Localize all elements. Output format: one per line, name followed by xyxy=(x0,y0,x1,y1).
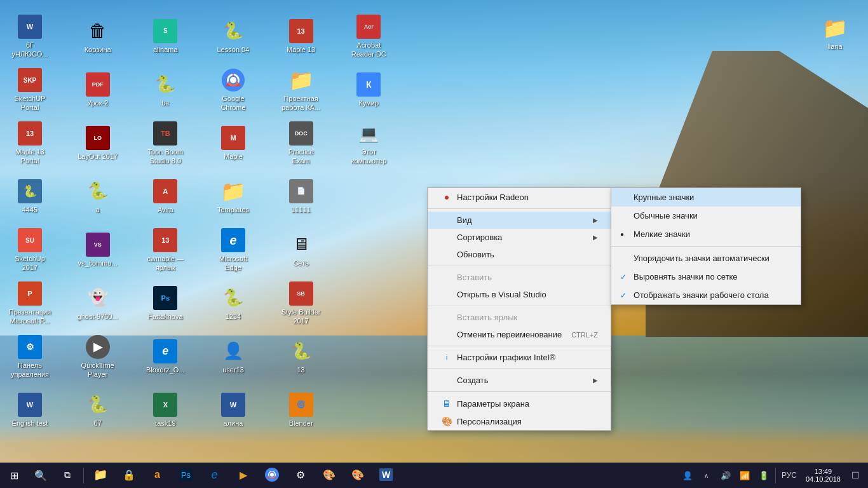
tray-volume[interactable]: 🔊 xyxy=(716,463,735,488)
icon-be[interactable]: 🐍 be xyxy=(140,64,191,115)
icon-word-6g[interactable]: W 6ГуНЛЮСО... xyxy=(4,11,55,62)
icon-alina[interactable]: W алина xyxy=(208,384,259,435)
taskbar-amazon[interactable]: a xyxy=(143,463,172,488)
ctx-vid[interactable]: Вид ▶ xyxy=(428,212,611,229)
ctx-paste-shortcut[interactable]: Вставить ярлык xyxy=(428,309,611,326)
tray-expand[interactable]: ∧ xyxy=(697,463,716,488)
tray-network[interactable]: 📶 xyxy=(735,463,754,488)
icon-ms-edge[interactable]: e MicrosoftEdge xyxy=(208,224,259,275)
settings-icon: ⚙ xyxy=(296,469,305,481)
ctx-create-arrow: ▶ xyxy=(593,377,598,384)
icon-kumir[interactable]: К Кумир xyxy=(343,64,394,115)
taskbar-chrome[interactable] xyxy=(257,463,286,488)
icon-task19[interactable]: X task19 xyxy=(140,384,191,435)
ctx-personalize[interactable]: 🎨 Персонализация xyxy=(428,412,611,430)
taskbar-media[interactable]: ▶ xyxy=(229,463,257,488)
tray-divider xyxy=(775,468,776,484)
icon-english-test[interactable]: W English test xyxy=(4,384,55,435)
icon-toonboom[interactable]: TB Toon BoomStudio 8.0 xyxy=(140,118,191,168)
sketchup2017-icon: SU xyxy=(17,227,43,253)
taskbar-ps[interactable]: Ps xyxy=(172,463,200,488)
icon-network[interactable]: 🖥 Сеть xyxy=(276,224,327,275)
icon-proekt[interactable]: 📁 Проектнаяработа КА... xyxy=(276,64,327,115)
icon-vs-commu[interactable]: VS vs_commu... xyxy=(72,224,123,275)
taskbar-word[interactable]: W xyxy=(372,463,400,488)
icon-lesson04[interactable]: 🐍 Lesson 04 xyxy=(208,11,259,62)
ctx-refresh[interactable]: Обновить xyxy=(428,246,611,263)
start-button[interactable]: ⊞ xyxy=(0,463,29,488)
ctx-sep3 xyxy=(428,306,611,306)
ctx-display[interactable]: 🖥 Параметры экрана xyxy=(428,395,611,412)
icon-sketchup-portal[interactable]: SKP SketchUPPortal xyxy=(4,64,55,115)
desktop-icon-area: W 6ГуНЛЮСО... SKP SketchUPPortal 13 Mapl… xyxy=(0,6,413,451)
ctx-paste[interactable]: Вставить xyxy=(428,269,611,286)
icon-blender[interactable]: 🌀 Blender xyxy=(276,384,327,435)
tray-user[interactable]: 👤 xyxy=(678,463,697,488)
submenu-normal-icons[interactable]: Обычные значки xyxy=(611,207,801,225)
tray-language[interactable]: РУС xyxy=(778,471,801,480)
blender-icon: 🌀 xyxy=(288,392,314,417)
submenu-auto-arrange[interactable]: Упорядочить значки автоматически xyxy=(611,249,801,268)
icon-quicktime[interactable]: ▶ QuickTimePlayer xyxy=(72,331,123,382)
sketchup3-icon: S xyxy=(153,18,178,44)
tray-clock[interactable]: 13:49 04.10.2018 xyxy=(801,463,846,488)
submenu-show-icons[interactable]: Отображать значки рабочего стола xyxy=(611,286,801,304)
icon-urok2[interactable]: PDF Урок-2 xyxy=(72,64,123,115)
taskbar-color[interactable]: 🎨 xyxy=(343,463,372,488)
icon-a-py[interactable]: 🐍 a xyxy=(72,171,123,222)
ctx-sep5 xyxy=(428,369,611,369)
icon-maple13-portal[interactable]: 13 Maple 13Portal xyxy=(4,118,55,168)
taskbar-task-view[interactable]: ⧉ xyxy=(53,463,81,488)
ctx-intel[interactable]: i Настройки графики Intel® xyxy=(428,349,611,366)
taskbar-explorer[interactable]: 📁 xyxy=(86,463,114,488)
ctx-radeon[interactable]: ● Настройки Radeon xyxy=(428,188,611,206)
icon-fattakhova[interactable]: Ps Fattakhova xyxy=(140,278,191,329)
icon-4445[interactable]: 🐍 4445 xyxy=(4,171,55,222)
icon-practice[interactable]: DOC PracticeExam xyxy=(276,118,327,168)
icon-11111[interactable]: 📄 11111 xyxy=(276,171,327,222)
icon-bloxorz[interactable]: e Bloxorz_O... xyxy=(140,331,191,382)
taskbar-edge[interactable]: e xyxy=(200,463,229,488)
icon-13-py[interactable]: 🐍 13 xyxy=(276,331,327,382)
vscommu-icon: VS xyxy=(85,232,111,257)
icon-layout2017[interactable]: LO LayOut 2017 xyxy=(72,118,123,168)
ctx-undo-rename[interactable]: Отменить переименование CTRL+Z xyxy=(428,326,611,343)
notification-icon: ☐ xyxy=(851,470,860,480)
icon-templates[interactable]: 📁 Templates xyxy=(208,171,259,222)
icon-control-panel[interactable]: ⚙ Панельуправления xyxy=(4,331,55,382)
icon-maple13-2[interactable]: 13 Maple 13 xyxy=(276,11,327,62)
icon-style-builder[interactable]: SB Style Builder2017 xyxy=(276,278,327,329)
icon-google-chrome[interactable]: GoogleChrome xyxy=(208,64,259,115)
icon-avira[interactable]: A Avira xyxy=(140,171,191,222)
icon-67[interactable]: 🐍 67 xyxy=(72,384,123,435)
icon-cwmaple[interactable]: 13 cwmaple —ярлык xyxy=(140,224,191,275)
tray-battery[interactable]: 🔋 xyxy=(754,463,773,488)
doc-icon: 📄 xyxy=(288,179,314,204)
submenu-small-icons[interactable]: Мелкие значки xyxy=(611,225,801,243)
icon-1234[interactable]: 🐍 1234 xyxy=(208,278,259,329)
stylebuilder-icon: SB xyxy=(288,281,314,306)
tray-notification[interactable]: ☐ xyxy=(846,463,865,488)
icon-sketchup-2017[interactable]: SU SketchUp2017 xyxy=(4,224,55,275)
py6-icon: 🐍 xyxy=(220,285,246,311)
icon-user13[interactable]: 👤 user13 xyxy=(208,331,259,382)
context-menu: ● Настройки Radeon Вид ▶ Сортировка ▶ Об… xyxy=(427,187,611,431)
icon-alinama[interactable]: S alinama xyxy=(140,11,191,62)
icon-acrobat[interactable]: Acr AcrobatReader DC xyxy=(343,11,394,62)
icon-this-pc[interactable]: 💻 Этоткомпьютер xyxy=(343,118,394,168)
icon-korzina[interactable]: 🗑 Корзина xyxy=(72,11,123,62)
ctx-open-vs[interactable]: Открыть в Visual Studio xyxy=(428,286,611,303)
taskbar-settings[interactable]: ⚙ xyxy=(286,463,315,488)
desktop-icon-liana[interactable]: 📁 liana xyxy=(810,8,860,58)
python3-icon: 🐍 xyxy=(85,392,111,417)
icon-ghost[interactable]: 👻 ghost-9760... xyxy=(72,278,123,329)
icon-maple-app[interactable]: M Maple xyxy=(208,118,259,168)
submenu-align-grid[interactable]: Выровнять значки по сетке xyxy=(611,268,801,286)
ctx-create[interactable]: Создать ▶ xyxy=(428,372,611,389)
submenu-large-icons[interactable]: Крупные значки xyxy=(611,188,801,207)
ctx-sort[interactable]: Сортировка ▶ xyxy=(428,229,611,246)
taskbar-lock[interactable]: 🔒 xyxy=(114,463,143,488)
taskbar-paint[interactable]: 🎨 xyxy=(315,463,343,488)
icon-presentation[interactable]: P ПрезентацияMicrosoft P... xyxy=(4,278,55,329)
taskbar-search-button[interactable]: 🔍 xyxy=(29,463,53,488)
